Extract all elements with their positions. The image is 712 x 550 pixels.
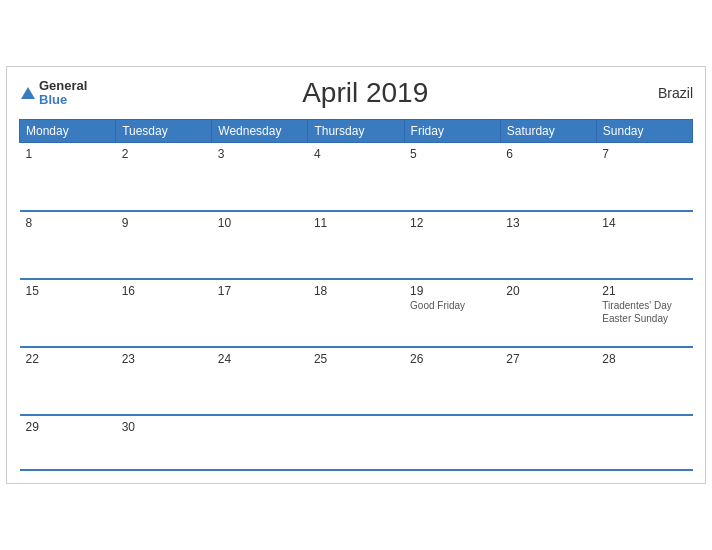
calendar-cell (596, 415, 692, 470)
col-wednesday: Wednesday (212, 120, 308, 143)
day-number: 14 (602, 216, 686, 230)
calendar-cell: 19Good Friday (404, 279, 500, 347)
day-number: 28 (602, 352, 686, 366)
calendar-cell: 21Tiradentes' DayEaster Sunday (596, 279, 692, 347)
calendar-header-row: Monday Tuesday Wednesday Thursday Friday… (20, 120, 693, 143)
day-number: 15 (26, 284, 110, 298)
day-number: 8 (26, 216, 110, 230)
holiday-label: Tiradentes' Day (602, 300, 686, 311)
calendar-cell: 7 (596, 143, 692, 211)
day-headers: Monday Tuesday Wednesday Thursday Friday… (20, 120, 693, 143)
calendar-cell: 5 (404, 143, 500, 211)
day-number: 4 (314, 147, 398, 161)
calendar-cell: 12 (404, 211, 500, 279)
calendar-header: General Blue April 2019 Brazil (19, 77, 693, 109)
day-number: 9 (122, 216, 206, 230)
calendar-cell (500, 415, 596, 470)
calendar-cell: 30 (116, 415, 212, 470)
calendar-cell: 26 (404, 347, 500, 415)
day-number: 27 (506, 352, 590, 366)
calendar-cell (308, 415, 404, 470)
calendar-cell: 17 (212, 279, 308, 347)
calendar-week-5: 2930 (20, 415, 693, 470)
day-number: 23 (122, 352, 206, 366)
calendar-cell: 10 (212, 211, 308, 279)
holiday-label: Good Friday (410, 300, 494, 311)
calendar-week-4: 22232425262728 (20, 347, 693, 415)
col-sunday: Sunday (596, 120, 692, 143)
calendar-cell: 20 (500, 279, 596, 347)
day-number: 6 (506, 147, 590, 161)
calendar-cell (404, 415, 500, 470)
calendar-cell: 3 (212, 143, 308, 211)
logo: General Blue (19, 79, 87, 108)
calendar-cell: 6 (500, 143, 596, 211)
calendar-cell: 4 (308, 143, 404, 211)
day-number: 12 (410, 216, 494, 230)
calendar-cell: 24 (212, 347, 308, 415)
calendar-body: 12345678910111213141516171819Good Friday… (20, 143, 693, 470)
calendar-cell: 28 (596, 347, 692, 415)
calendar-cell: 15 (20, 279, 116, 347)
day-number: 16 (122, 284, 206, 298)
day-number: 7 (602, 147, 686, 161)
col-friday: Friday (404, 120, 500, 143)
day-number: 26 (410, 352, 494, 366)
day-number: 19 (410, 284, 494, 298)
holiday-label: Easter Sunday (602, 313, 686, 324)
calendar-cell: 14 (596, 211, 692, 279)
col-saturday: Saturday (500, 120, 596, 143)
col-tuesday: Tuesday (116, 120, 212, 143)
calendar-title: April 2019 (87, 77, 643, 109)
calendar-cell: 25 (308, 347, 404, 415)
calendar-cell: 1 (20, 143, 116, 211)
calendar-cell: 22 (20, 347, 116, 415)
logo-blue: Blue (39, 93, 87, 107)
day-number: 2 (122, 147, 206, 161)
logo-icon (21, 87, 35, 99)
calendar-week-2: 891011121314 (20, 211, 693, 279)
calendar-cell: 27 (500, 347, 596, 415)
day-number: 1 (26, 147, 110, 161)
calendar-cell (212, 415, 308, 470)
calendar-cell: 2 (116, 143, 212, 211)
calendar-cell: 16 (116, 279, 212, 347)
day-number: 11 (314, 216, 398, 230)
calendar-cell: 13 (500, 211, 596, 279)
logo-general: General (39, 79, 87, 93)
day-number: 18 (314, 284, 398, 298)
col-monday: Monday (20, 120, 116, 143)
day-number: 21 (602, 284, 686, 298)
calendar-cell: 8 (20, 211, 116, 279)
country-label: Brazil (643, 85, 693, 101)
day-number: 20 (506, 284, 590, 298)
calendar-cell: 29 (20, 415, 116, 470)
day-number: 25 (314, 352, 398, 366)
day-number: 22 (26, 352, 110, 366)
day-number: 13 (506, 216, 590, 230)
day-number: 17 (218, 284, 302, 298)
day-number: 30 (122, 420, 206, 434)
calendar-cell: 23 (116, 347, 212, 415)
calendar-week-3: 1516171819Good Friday2021Tiradentes' Day… (20, 279, 693, 347)
calendar-table: Monday Tuesday Wednesday Thursday Friday… (19, 119, 693, 471)
day-number: 10 (218, 216, 302, 230)
calendar-cell: 9 (116, 211, 212, 279)
col-thursday: Thursday (308, 120, 404, 143)
calendar-week-1: 1234567 (20, 143, 693, 211)
day-number: 29 (26, 420, 110, 434)
day-number: 3 (218, 147, 302, 161)
calendar-cell: 11 (308, 211, 404, 279)
calendar-cell: 18 (308, 279, 404, 347)
day-number: 24 (218, 352, 302, 366)
day-number: 5 (410, 147, 494, 161)
calendar-container: General Blue April 2019 Brazil Monday Tu… (6, 66, 706, 484)
